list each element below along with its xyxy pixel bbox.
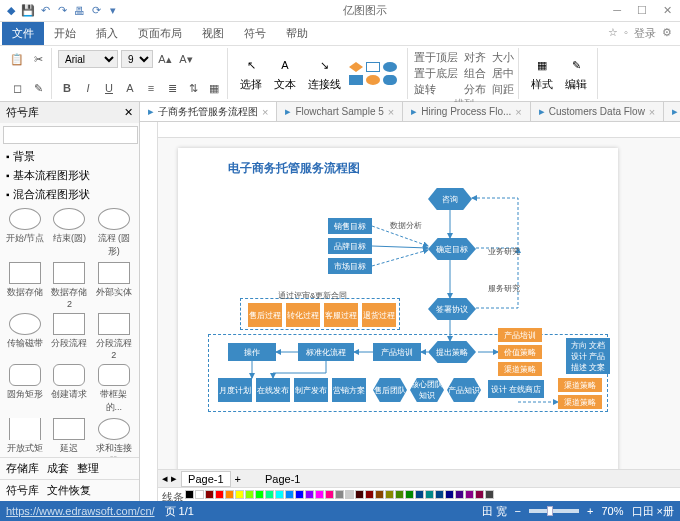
shape-10[interactable]: 创建请求 xyxy=(48,364,90,414)
shape-3[interactable]: 数据存储 xyxy=(4,262,46,309)
node-n17[interactable]: 制产发布 xyxy=(294,378,328,402)
shape-7[interactable]: 分段流程 xyxy=(48,313,90,360)
color-swatch[interactable] xyxy=(285,490,294,499)
color-swatch[interactable] xyxy=(305,490,314,499)
node-n11[interactable]: 操作 xyxy=(228,343,276,361)
bold-icon[interactable]: B xyxy=(58,79,76,97)
grow-font-icon[interactable]: A▴ xyxy=(156,50,174,68)
pagetab-nav[interactable]: ◂ ▸ xyxy=(162,472,177,485)
cut-icon[interactable]: ✂ xyxy=(29,50,47,68)
paste-icon[interactable]: 📋 xyxy=(8,50,26,68)
doctab-0[interactable]: ▸子商务托管服务流程图 × xyxy=(140,102,277,121)
color-swatch[interactable] xyxy=(475,490,484,499)
menu-home[interactable]: 开始 xyxy=(44,22,86,45)
node-n23[interactable]: 产品培训 xyxy=(498,328,542,342)
node-n4[interactable]: 市场目标 xyxy=(328,258,372,274)
color-swatch[interactable] xyxy=(275,490,284,499)
zoom-in-icon[interactable]: + xyxy=(587,505,593,517)
node-n7[interactable]: 售后过程 xyxy=(248,303,282,327)
shape-8[interactable]: 分段流程 2 xyxy=(93,313,135,360)
node-n25[interactable]: 渠道策略 xyxy=(498,362,542,376)
menu-view[interactable]: 视图 xyxy=(192,22,234,45)
print-icon[interactable]: 🖶 xyxy=(72,4,86,18)
color-swatch[interactable] xyxy=(465,490,474,499)
arrange-group[interactable]: 组合 xyxy=(464,66,486,81)
pagetab-1[interactable]: Page-1 xyxy=(181,471,230,487)
pagetab-add-icon[interactable]: + xyxy=(235,473,241,485)
login-link[interactable]: 登录 xyxy=(634,26,656,41)
shape-tool-icon[interactable]: ◻ xyxy=(8,79,26,97)
node-n1[interactable]: 咨询 xyxy=(428,188,472,210)
bullets-icon[interactable]: ≡ xyxy=(142,79,160,97)
color-swatch[interactable] xyxy=(345,490,354,499)
node-n20[interactable]: 核心团队知识 xyxy=(410,378,444,402)
underline-icon[interactable]: U xyxy=(100,79,118,97)
color-swatch[interactable] xyxy=(195,490,204,499)
menu-help[interactable]: 帮助 xyxy=(276,22,318,45)
node-n22[interactable]: 设计 在线商店 xyxy=(488,380,544,398)
text-tool[interactable]: A文本 xyxy=(268,53,302,94)
shape-9[interactable]: 圆角矩形 xyxy=(4,364,46,414)
arrange-dist[interactable]: 分布 xyxy=(464,82,486,97)
color-swatch[interactable] xyxy=(395,490,404,499)
shape-1[interactable]: 结束(圆) xyxy=(48,208,90,258)
pagetab-1b[interactable]: Page-1 xyxy=(265,473,300,485)
color-bar[interactable]: 线条 xyxy=(158,487,680,501)
font-size-select[interactable]: 9 xyxy=(121,50,153,68)
spacing-icon[interactable]: ⇅ xyxy=(184,79,202,97)
node-n27[interactable]: 渠道策略 xyxy=(558,395,602,409)
arrange-rotate[interactable]: 旋转 xyxy=(414,82,458,97)
brush-icon[interactable]: ✎ xyxy=(29,79,47,97)
foot-set[interactable]: 成套 xyxy=(47,461,69,476)
minimize-icon[interactable]: ─ xyxy=(609,4,625,17)
color-swatch[interactable] xyxy=(225,490,234,499)
color-swatch[interactable] xyxy=(425,490,434,499)
node-n13[interactable]: 产品培训 xyxy=(373,343,421,361)
status-views[interactable]: 口田 ×册 xyxy=(632,504,674,519)
node-n14[interactable]: 提出策略 xyxy=(428,341,476,363)
node-n26[interactable]: 渠道策略 xyxy=(558,378,602,392)
close-icon[interactable]: ✕ xyxy=(659,4,676,17)
arrange-space[interactable]: 间距 xyxy=(492,82,514,97)
dot-icon[interactable]: ◦ xyxy=(624,26,628,41)
arrange-top[interactable]: 置于顶层 xyxy=(414,50,458,65)
arrange-align[interactable]: 对齐 xyxy=(464,50,486,65)
settings-icon[interactable]: ⚙ xyxy=(662,26,672,41)
select-tool[interactable]: ↖选择 xyxy=(234,53,268,94)
color-swatch[interactable] xyxy=(415,490,424,499)
node-n16[interactable]: 在线发布 xyxy=(256,378,290,402)
cat-background[interactable]: ▪ 背景 xyxy=(0,147,139,166)
menu-insert[interactable]: 插入 xyxy=(86,22,128,45)
connector-tool[interactable]: ↘连接线 xyxy=(302,53,347,94)
color-swatch[interactable] xyxy=(215,490,224,499)
shape-gallery[interactable] xyxy=(347,60,403,87)
node-n2[interactable]: 销售目标 xyxy=(328,218,372,234)
foot-recover[interactable]: 文件恢复 xyxy=(47,483,91,498)
line-color-icon[interactable]: 线条 xyxy=(162,490,184,499)
cat-basic[interactable]: ▪ 基本流程图形状 xyxy=(0,166,139,185)
shape-14[interactable]: 求和连接器 xyxy=(93,418,135,457)
sidepanel-close-icon[interactable]: ✕ xyxy=(124,106,133,119)
highlight-icon[interactable]: ▦ xyxy=(205,79,223,97)
doctab-2[interactable]: ▸Hiring Process Flo... × xyxy=(403,102,530,121)
shrink-font-icon[interactable]: A▾ xyxy=(177,50,195,68)
color-swatch[interactable] xyxy=(205,490,214,499)
color-swatch[interactable] xyxy=(485,490,494,499)
node-n28[interactable]: 方向 文档 设计 产品描述 文案 xyxy=(566,338,610,374)
node-n6[interactable]: 签署协议 xyxy=(428,298,476,320)
color-swatch[interactable] xyxy=(405,490,414,499)
style-button[interactable]: ▦样式 xyxy=(525,53,559,94)
color-swatch[interactable] xyxy=(365,490,374,499)
node-n18[interactable]: 营销方案 xyxy=(332,378,366,402)
color-swatch[interactable] xyxy=(235,490,244,499)
zoom-slider[interactable] xyxy=(529,509,579,513)
shape-0[interactable]: 开始/节点 xyxy=(4,208,46,258)
doctab-4[interactable]: ▸Workflow 4 × xyxy=(664,102,680,121)
edit-button[interactable]: ✎编辑 xyxy=(559,53,593,94)
node-n3[interactable]: 品牌目标 xyxy=(328,238,372,254)
redo-icon[interactable]: ↷ xyxy=(55,4,69,18)
save-icon[interactable]: 💾 xyxy=(21,4,35,18)
font-family-select[interactable]: Arial xyxy=(58,50,118,68)
node-n15[interactable]: 月度计划 xyxy=(218,378,252,402)
color-swatch[interactable] xyxy=(255,490,264,499)
